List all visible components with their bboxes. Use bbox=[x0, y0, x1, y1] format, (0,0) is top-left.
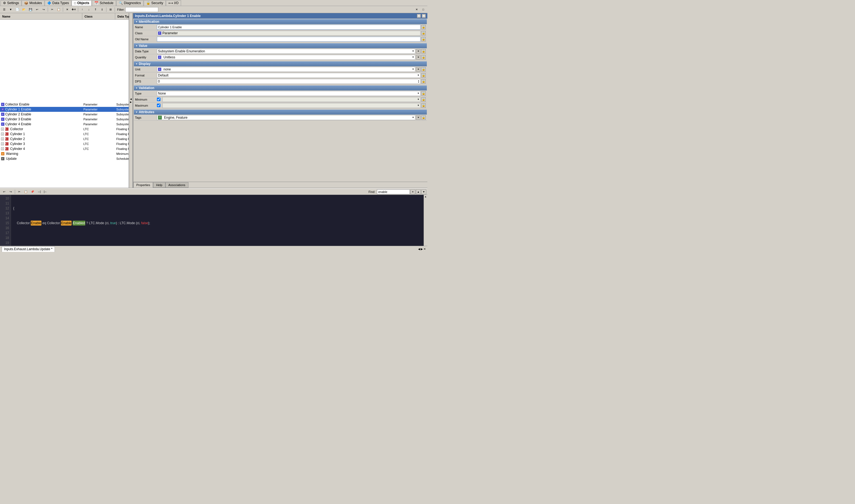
validation-header[interactable]: ▼ Validation bbox=[134, 86, 427, 90]
list-item[interactable]: P Collector Enable Parameter Subsystem E… bbox=[0, 102, 129, 107]
scroll-up-btn[interactable]: ▲ bbox=[425, 195, 427, 198]
list-item[interactable]: P Cylinder 4 Enable Parameter Subsystem … bbox=[0, 122, 129, 127]
list-item[interactable]: + L Cylinder 2 LTC Floating Point Air Fu… bbox=[0, 137, 129, 141]
unit-clear-btn[interactable]: ✕ bbox=[416, 67, 420, 72]
expand-left-btn[interactable]: ◀ bbox=[130, 98, 132, 100]
name-input[interactable] bbox=[157, 25, 420, 30]
code-content[interactable]: { Collector Enable eq Collector Enable .… bbox=[11, 195, 423, 246]
list-item[interactable]: + L Cylinder 3 LTC Floating Point Air Fu… bbox=[0, 141, 129, 146]
toolbar-btn-uplevel[interactable]: ⇑ bbox=[92, 7, 99, 12]
quantity-lock-btn[interactable]: 🔒 bbox=[421, 55, 426, 59]
minimum-checkbox[interactable] bbox=[157, 97, 160, 101]
dps-lock-btn[interactable]: 🔒 bbox=[421, 79, 426, 84]
code-btn-paste[interactable]: 📌 bbox=[29, 189, 35, 195]
tags-clear-btn[interactable]: ✕ bbox=[416, 115, 420, 120]
dps-down-arrow[interactable]: ▼ bbox=[418, 82, 419, 83]
unit-lock-btn[interactable]: 🔒 bbox=[421, 67, 426, 72]
status-tab-update[interactable]: Inputs.Exhaust.Lambda.Update * bbox=[2, 246, 55, 252]
toolbar-btn-4[interactable]: ↩ bbox=[34, 7, 40, 12]
code-btn-cut[interactable]: ✂ bbox=[16, 189, 22, 195]
minimum-dropdown[interactable]: ▼ bbox=[162, 97, 420, 102]
dps-number[interactable]: 0 ▲ ▼ bbox=[157, 79, 420, 84]
attributes-header[interactable]: ▼ Attributes bbox=[134, 110, 427, 114]
oldname-lock-btn[interactable]: 🔒 bbox=[421, 37, 426, 41]
toolbar-btn-prop[interactable]: ⊞ bbox=[107, 7, 114, 12]
toolbar-btn-del2[interactable]: ✚✕ bbox=[71, 7, 77, 12]
toolbar-close[interactable]: ✕ bbox=[414, 7, 420, 12]
value-header[interactable]: ▼ Value bbox=[134, 43, 427, 48]
toolbar-btn-2[interactable]: ▼ bbox=[8, 7, 14, 12]
title-icon-close[interactable]: ✕ bbox=[422, 14, 426, 18]
display-header[interactable]: ▼ Display bbox=[134, 61, 427, 66]
expand-btn[interactable]: + bbox=[1, 133, 4, 136]
toolbar-btn-downlevel[interactable]: ⇓ bbox=[99, 7, 105, 12]
nav-next-btn[interactable]: ▶ bbox=[421, 248, 423, 251]
code-btn-1[interactable]: ↩ bbox=[1, 189, 7, 195]
toolbar-btn-save[interactable]: 💾 bbox=[28, 7, 33, 12]
toolbar-btn-new[interactable]: 📄 bbox=[14, 7, 20, 12]
tab-security[interactable]: 🔒 Security bbox=[144, 0, 166, 6]
tab-objects[interactable]: □ Objects bbox=[72, 0, 92, 6]
toolbar-btn-cut[interactable]: ✂ bbox=[49, 7, 55, 12]
tab-modules[interactable]: 📦 Modules bbox=[22, 0, 44, 6]
identification-header[interactable]: ▼ Identification bbox=[134, 19, 427, 24]
expand-btn[interactable]: + bbox=[1, 128, 4, 130]
toolbar-btn-delete[interactable]: ✕ bbox=[64, 7, 70, 12]
nav-close-btn[interactable]: ✕ bbox=[423, 248, 426, 251]
expand-btn[interactable]: + bbox=[1, 143, 4, 145]
code-btn-indent[interactable]: →| bbox=[36, 189, 42, 195]
code-btn-2[interactable]: ↪ bbox=[8, 189, 14, 195]
type-lock-btn[interactable]: 🔒 bbox=[421, 91, 426, 96]
code-btn-outdent[interactable]: |← bbox=[42, 189, 49, 195]
tags-dropdown[interactable]: T Engine, Feature ▼ bbox=[157, 115, 415, 120]
list-item[interactable]: W Warning Minimum Maximum Warning Warnin… bbox=[0, 151, 129, 156]
format-lock-btn[interactable]: 🔒 bbox=[421, 73, 426, 77]
find-input[interactable] bbox=[377, 190, 410, 194]
maximum-checkbox[interactable] bbox=[157, 104, 160, 107]
maximum-dropdown[interactable]: ▼ bbox=[162, 103, 420, 108]
maximum-lock-btn[interactable]: 🔒 bbox=[421, 103, 426, 108]
title-icon-1[interactable]: ▼ bbox=[417, 14, 421, 18]
tab-properties[interactable]: Properties bbox=[133, 182, 153, 188]
list-item[interactable]: + L Cylinder 1 LTC Floating Point Air Fu… bbox=[0, 131, 129, 137]
tab-settings[interactable]: ⚙ Settings bbox=[1, 0, 21, 6]
tab-associations[interactable]: Associations bbox=[165, 182, 189, 188]
expand-btn[interactable]: + bbox=[1, 147, 4, 150]
minimum-lock-btn[interactable]: 🔒 bbox=[421, 97, 426, 102]
toolbar-btn-redo[interactable]: ↪ bbox=[40, 7, 47, 12]
toolbar-float[interactable]: □ bbox=[420, 7, 426, 12]
list-item[interactable]: F Update Scheduled Function bbox=[0, 156, 129, 161]
datatype-dropdown[interactable]: Subsystem Enable Enumeration ▼ bbox=[157, 49, 415, 54]
toolbar-btn-open[interactable]: 📂 bbox=[21, 7, 27, 12]
list-item[interactable]: P Cylinder 3 Enable Parameter Subsystem … bbox=[0, 117, 129, 122]
toolbar-btn-up[interactable]: ↑ bbox=[79, 7, 85, 12]
toolbar-btn-down[interactable]: ↓ bbox=[86, 7, 92, 12]
expand-right-btn[interactable]: ▶ bbox=[130, 101, 132, 103]
code-btn-copy[interactable]: 📋 bbox=[23, 189, 29, 195]
find-next-btn[interactable]: ▼ bbox=[421, 190, 426, 194]
class-lock-btn[interactable]: 🔒 bbox=[421, 31, 426, 35]
format-dropdown[interactable]: Default ▼ bbox=[157, 73, 420, 78]
filter-input[interactable] bbox=[125, 7, 158, 12]
tags-lock-btn[interactable]: 🔒 bbox=[421, 115, 426, 120]
type-dropdown[interactable]: None ▼ bbox=[157, 91, 420, 96]
tab-schedule[interactable]: 📅 Schedule bbox=[92, 0, 116, 6]
tab-diagnostics[interactable]: 🔍 Diagnostics bbox=[116, 0, 143, 6]
toolbar-btn-1[interactable]: ☰ bbox=[1, 7, 7, 12]
toolbar-btn-copy[interactable]: 📋 bbox=[56, 7, 62, 12]
quantity-dropdown[interactable]: U Unitless ▼ bbox=[157, 55, 415, 60]
list-item[interactable]: + L Collector LTC Floating Point Air Fue… bbox=[0, 127, 129, 131]
datatype-lock-btn[interactable]: 🔒 bbox=[421, 49, 426, 53]
datatype-clear-btn[interactable]: ✕ bbox=[416, 49, 420, 53]
nav-prev-btn[interactable]: ◀ bbox=[418, 248, 420, 251]
find-prev-btn[interactable]: ▲ bbox=[416, 190, 421, 194]
tab-help[interactable]: Help bbox=[153, 182, 165, 188]
list-item[interactable]: + L Cylinder 4 LTC Floating Point Air Fu… bbox=[0, 146, 129, 151]
list-item-selected[interactable]: P Cylinder 1 Enable Parameter Subsystem … bbox=[0, 107, 129, 112]
oldname-input[interactable] bbox=[157, 37, 420, 42]
find-clear-btn[interactable]: ✕ bbox=[411, 190, 415, 194]
tab-datatypes[interactable]: 🔷 Data Types bbox=[45, 0, 71, 6]
list-item[interactable]: P Cylinder 2 Enable Parameter Subsystem … bbox=[0, 112, 129, 117]
quantity-clear-btn[interactable]: ✕ bbox=[416, 55, 420, 59]
unit-dropdown[interactable]: ≡ none ▼ bbox=[157, 67, 415, 72]
